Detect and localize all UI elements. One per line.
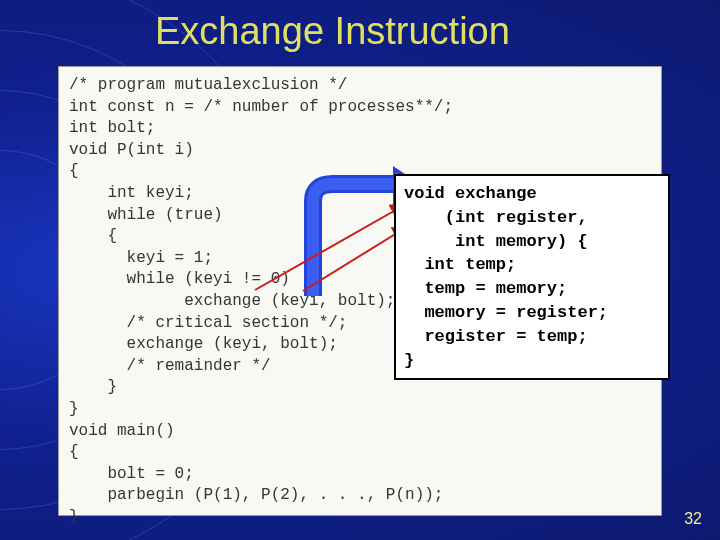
callout-line: void exchange <box>404 184 537 203</box>
exchange-definition-box: void exchange (int register, int memory)… <box>394 174 670 380</box>
callout-line: register = temp; <box>404 327 588 346</box>
slide-title: Exchange Instruction <box>155 10 510 53</box>
page-number: 32 <box>684 510 702 528</box>
callout-line: (int register, <box>404 208 588 227</box>
callout-line: int temp; <box>404 255 516 274</box>
callout-line: temp = memory; <box>404 279 567 298</box>
callout-line: } <box>404 351 414 370</box>
callout-line: int memory) { <box>404 232 588 251</box>
callout-line: memory = register; <box>404 303 608 322</box>
